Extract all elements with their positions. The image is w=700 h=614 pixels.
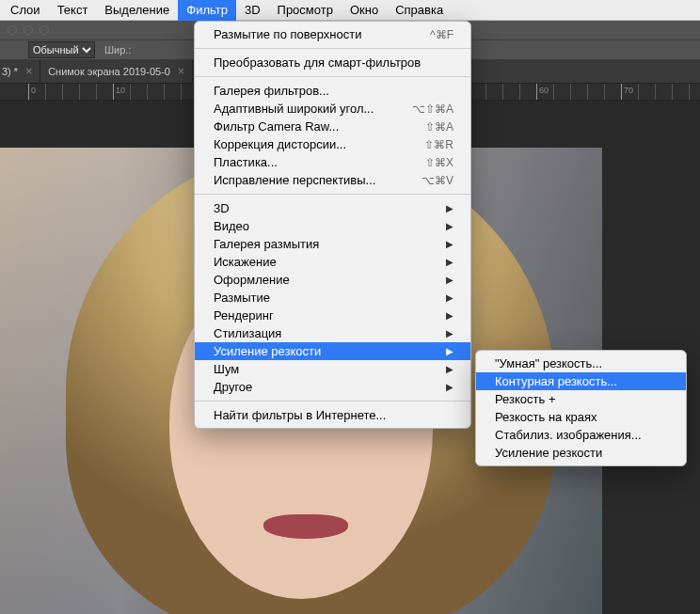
menu-item-label: Галерея фильтров... [214, 84, 329, 98]
menu-item[interactable]: Найти фильтры в Интернете... [195, 406, 470, 424]
submenu-arrow-icon: ▶ [446, 382, 453, 392]
submenu-arrow-icon: ▶ [446, 239, 453, 249]
menu-item-label: Рендеринг [214, 308, 274, 323]
menu-item[interactable]: Искажение▶ [195, 253, 470, 271]
width-label: Шир.: [104, 44, 131, 55]
close-tab-icon[interactable]: × [178, 65, 184, 78]
submenu-item[interactable]: Контурная резкость... [476, 372, 686, 390]
menu-item-label: Исправление перспективы... [214, 173, 375, 187]
submenu-item-label: Резкость + [495, 392, 556, 406]
menu-item[interactable]: Пластика...⇧⌘X [195, 153, 470, 171]
submenu-arrow-icon: ▶ [446, 275, 453, 285]
submenu-arrow-icon: ▶ [446, 221, 453, 231]
submenu-item[interactable]: Резкость + [476, 390, 686, 408]
menu-item-label: Найти фильтры в Интернете... [214, 408, 386, 422]
menubar-item-окно[interactable]: Окно [342, 0, 387, 21]
menubar-item-фильтр[interactable]: Фильтр [178, 0, 236, 21]
submenu-arrow-icon: ▶ [446, 346, 453, 356]
submenu-arrow-icon: ▶ [446, 328, 453, 338]
menu-shortcut: ⌥⇧⌘A [412, 102, 453, 116]
menu-item-label: Размытие по поверхности [214, 27, 361, 41]
menu-item[interactable]: Размытие по поверхности^⌘F [195, 25, 470, 43]
menubar-item-просмотр[interactable]: Просмотр [269, 0, 342, 21]
menu-item[interactable]: Адаптивный широкий угол...⌥⇧⌘A [195, 100, 470, 118]
menu-item-label: Размытие [214, 291, 270, 305]
close-tab-icon[interactable]: × [25, 65, 32, 78]
menu-item[interactable]: Преобразовать для смарт-фильтров [195, 54, 470, 71]
document-tab[interactable]: 3) *× [0, 60, 40, 83]
submenu-item-label: Резкость на краях [495, 410, 597, 424]
menu-item[interactable]: Фильтр Camera Raw...⇧⌘A [195, 118, 470, 135]
submenu-item-label: "Умная" резкость... [495, 356, 602, 370]
menu-item[interactable]: Галерея фильтров... [195, 82, 470, 100]
menubar: СлоиТекстВыделениеФильтр3DПросмотрОкноСп… [0, 0, 700, 21]
menu-item-label: Стилизация [214, 326, 281, 340]
menu-item[interactable]: Видео▶ [195, 217, 470, 235]
filter-menu: Размытие по поверхности^⌘FПреобразовать … [194, 21, 471, 429]
menu-item[interactable]: Размытие▶ [195, 289, 470, 307]
menu-shortcut: ⇧⌘X [425, 156, 453, 169]
submenu-item[interactable]: "Умная" резкость... [476, 354, 686, 372]
submenu-arrow-icon: ▶ [446, 364, 453, 374]
menu-item-label: Коррекция дисторсии... [214, 137, 346, 151]
menu-item[interactable]: Усиление резкости▶ [195, 342, 470, 360]
submenu-item[interactable]: Усиление резкости [476, 444, 686, 462]
submenu-arrow-icon: ▶ [446, 310, 453, 321]
menubar-item-справка[interactable]: Справка [387, 0, 452, 21]
tab-label: 3) * [2, 66, 18, 77]
menu-item-label: Галерея размытия [214, 237, 319, 251]
menu-item[interactable]: Шум▶ [195, 360, 470, 378]
menu-item-label: Усиление резкости [214, 344, 321, 358]
menu-item[interactable]: Исправление перспективы...⌥⌘V [195, 171, 470, 189]
menu-shortcut: ^⌘F [430, 28, 453, 41]
menubar-item-выделение[interactable]: Выделение [96, 0, 178, 21]
menu-item-label: Искажение [214, 255, 277, 269]
menu-item-label: Пластика... [214, 155, 278, 169]
traffic-lights [8, 25, 49, 35]
menubar-item-слои[interactable]: Слои [2, 0, 49, 21]
tab-label: Снимок экрана 2019-05-0 [48, 66, 170, 77]
document-tab[interactable]: Снимок экрана 2019-05-0× [40, 60, 193, 83]
submenu-item-label: Усиление резкости [495, 446, 602, 460]
minimize-window-icon[interactable] [24, 25, 33, 35]
menu-shortcut: ⇧⌘R [424, 138, 453, 151]
menu-item-label: Фильтр Camera Raw... [214, 119, 339, 134]
blend-mode-select[interactable]: Обычный [28, 41, 95, 58]
menu-item[interactable]: Оформление▶ [195, 271, 470, 289]
menu-item-label: Видео [214, 219, 249, 233]
menu-item[interactable]: Другое▶ [195, 378, 470, 396]
menu-item[interactable]: Галерея размытия▶ [195, 235, 470, 253]
menu-item[interactable]: 3D▶ [195, 199, 470, 217]
menu-item-label: 3D [214, 201, 230, 215]
menu-item-label: Адаптивный широкий угол... [214, 102, 374, 116]
submenu-item[interactable]: Резкость на краях [476, 408, 686, 426]
menu-item-label: Преобразовать для смарт-фильтров [214, 55, 421, 70]
menu-item[interactable]: Рендеринг▶ [195, 307, 470, 324]
submenu-item[interactable]: Стабилиз. изображения... [476, 426, 686, 444]
menu-item-label: Оформление [214, 273, 290, 287]
menu-item[interactable]: Коррекция дисторсии...⇧⌘R [195, 135, 470, 153]
submenu-arrow-icon: ▶ [446, 203, 453, 213]
menu-separator [195, 76, 470, 77]
menu-shortcut: ⇧⌘A [425, 120, 453, 134]
submenu-item-label: Стабилиз. изображения... [495, 428, 642, 442]
menu-item[interactable]: Стилизация▶ [195, 324, 470, 342]
zoom-window-icon[interactable] [40, 25, 49, 35]
submenu-item-label: Контурная резкость... [495, 374, 617, 388]
menubar-item-текст[interactable]: Текст [49, 0, 97, 21]
close-window-icon[interactable] [8, 25, 17, 35]
menu-separator [195, 48, 470, 49]
submenu-arrow-icon: ▶ [446, 257, 453, 267]
menu-item-label: Шум [214, 362, 239, 376]
sharpen-submenu: "Умная" резкость...Контурная резкость...… [475, 350, 687, 466]
menu-separator [195, 194, 470, 195]
menu-separator [195, 401, 470, 401]
menu-item-label: Другое [214, 380, 252, 394]
menu-shortcut: ⌥⌘V [422, 174, 453, 187]
menubar-item-3d[interactable]: 3D [236, 0, 269, 21]
submenu-arrow-icon: ▶ [446, 292, 453, 303]
